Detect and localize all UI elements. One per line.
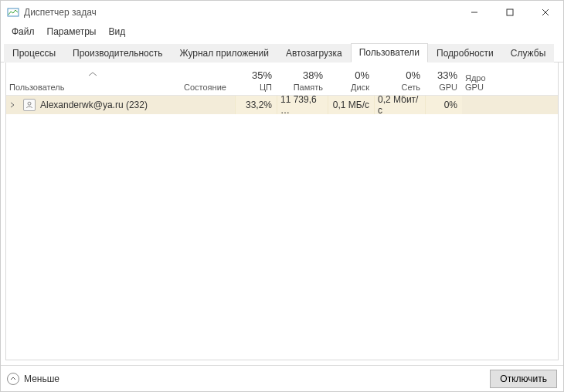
- row-disk: 0,1 МБ/с: [328, 96, 374, 114]
- user-icon: [23, 99, 36, 111]
- table-row[interactable]: Alexanderwk@ya.ru (232) 33,2% 11 739,6 ……: [6, 96, 558, 114]
- col-net-pct: 0%: [377, 69, 420, 81]
- col-cpu[interactable]: 35% ЦП: [235, 62, 277, 95]
- svg-rect-2: [507, 9, 513, 15]
- expand-chevron-icon[interactable]: [9, 100, 19, 110]
- col-mem-label: Память: [280, 83, 323, 92]
- rows-container: Alexanderwk@ya.ru (232) 33,2% 11 739,6 ……: [6, 96, 558, 360]
- col-user[interactable]: Пользователь: [6, 62, 181, 95]
- col-gpu[interactable]: 33% GPU: [425, 62, 462, 95]
- col-cpu-label: ЦП: [238, 83, 272, 92]
- row-gpue: [462, 96, 508, 114]
- col-disk[interactable]: 0% Диск: [328, 62, 374, 95]
- footer: Меньше Отключить: [1, 365, 563, 391]
- row-gpu: 0%: [425, 96, 462, 114]
- col-net-label: Сеть: [377, 83, 420, 92]
- menu-view[interactable]: Вид: [104, 25, 130, 39]
- menu-file[interactable]: Файл: [7, 25, 39, 39]
- maximize-button[interactable]: [492, 1, 528, 24]
- col-gpue-label: Ядро GPU: [465, 73, 504, 92]
- row-mem: 11 739,6 …: [277, 96, 328, 114]
- svg-rect-0: [8, 8, 19, 16]
- row-cpu: 33,2%: [235, 96, 277, 114]
- tab-details[interactable]: Подробности: [428, 44, 502, 63]
- fewer-details-button[interactable]: Меньше: [7, 373, 59, 385]
- tabbar: Процессы Производительность Журнал прило…: [1, 42, 563, 63]
- col-user-label: Пользователь: [9, 83, 176, 92]
- menu-options[interactable]: Параметры: [42, 25, 101, 39]
- titlebar: Диспетчер задач: [1, 1, 563, 24]
- column-headers: Пользователь Состояние 35% ЦП 38% Память…: [6, 62, 558, 96]
- menubar: Файл Параметры Вид: [1, 24, 563, 39]
- col-disk-pct: 0%: [331, 69, 369, 81]
- col-state-label: Состояние: [184, 83, 230, 92]
- row-user: Alexanderwk@ya.ru (232): [40, 100, 148, 110]
- tab-app-history[interactable]: Журнал приложений: [172, 44, 277, 63]
- col-gpu-pct: 33%: [428, 69, 457, 81]
- fewer-details-label: Меньше: [24, 373, 59, 384]
- sort-chevron-up-icon: [88, 68, 97, 79]
- col-mem-pct: 38%: [280, 69, 323, 81]
- tab-processes[interactable]: Процессы: [4, 44, 64, 63]
- col-gpu-label: GPU: [428, 83, 457, 92]
- tab-performance[interactable]: Производительность: [64, 44, 171, 63]
- content-area: Пользователь Состояние 35% ЦП 38% Память…: [5, 62, 559, 360]
- col-net[interactable]: 0% Сеть: [374, 62, 425, 95]
- row-net: 0,2 Мбит/с: [374, 96, 425, 114]
- minimize-button[interactable]: [457, 1, 492, 24]
- row-state: [181, 96, 235, 114]
- window-title: Диспетчер задач: [24, 7, 97, 18]
- close-button[interactable]: [528, 1, 563, 24]
- tab-users[interactable]: Пользователи: [351, 43, 428, 63]
- disconnect-button[interactable]: Отключить: [490, 370, 557, 388]
- tab-services[interactable]: Службы: [502, 44, 554, 63]
- col-cpu-pct: 35%: [238, 69, 272, 81]
- svg-point-5: [28, 102, 31, 105]
- col-mem[interactable]: 38% Память: [277, 62, 328, 95]
- col-gpu-engine[interactable]: Ядро GPU: [462, 62, 508, 95]
- col-state[interactable]: Состояние: [181, 62, 235, 95]
- col-disk-label: Диск: [331, 83, 369, 92]
- tab-startup[interactable]: Автозагрузка: [277, 44, 351, 63]
- chevron-up-circle-icon: [7, 373, 19, 385]
- app-icon: [7, 6, 19, 19]
